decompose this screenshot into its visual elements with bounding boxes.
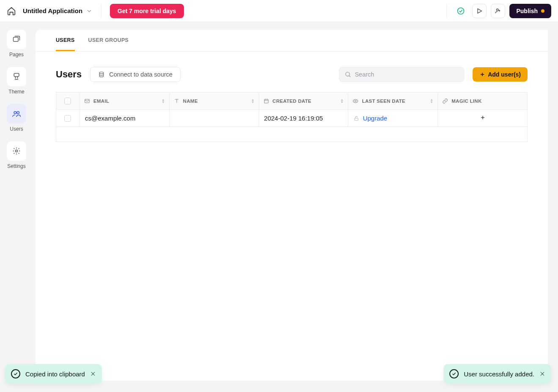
sidebar-item-theme[interactable]: Theme xyxy=(7,67,26,95)
table-empty-row xyxy=(56,127,528,142)
toast-message: Copied into clipboard xyxy=(25,370,85,378)
mail-icon xyxy=(84,98,90,104)
svg-point-7 xyxy=(16,150,18,152)
column-label: NAME xyxy=(183,99,198,104)
cell-magic-link xyxy=(438,110,528,127)
toast-message: User successfully added. xyxy=(464,370,534,378)
plus-icon xyxy=(479,71,485,77)
pages-icon xyxy=(7,30,26,49)
sort-icon[interactable] xyxy=(161,99,166,104)
column-name[interactable]: NAME xyxy=(169,93,259,110)
svg-marker-22 xyxy=(341,99,343,101)
svg-point-9 xyxy=(346,72,350,76)
text-icon xyxy=(174,98,180,104)
svg-rect-4 xyxy=(14,74,19,77)
svg-marker-14 xyxy=(162,99,164,101)
check-circle-icon xyxy=(449,369,459,378)
divider xyxy=(446,4,447,18)
database-icon xyxy=(98,71,105,78)
svg-rect-3 xyxy=(14,37,19,41)
close-icon[interactable] xyxy=(90,371,96,377)
search-input[interactable] xyxy=(355,71,459,78)
calendar-icon xyxy=(263,98,269,104)
column-last-seen[interactable]: LAST SEEN DATE xyxy=(348,93,438,110)
toast-user-added: User successfully added. xyxy=(443,364,551,384)
status-dot-icon xyxy=(541,9,544,13)
topbar: Untitled Application Get 7 more trial da… xyxy=(0,0,558,22)
cell-created: 2024-02-19 16:19:05 xyxy=(259,110,348,127)
svg-rect-27 xyxy=(355,118,358,120)
sidebar: Pages Theme Users Settings xyxy=(0,22,33,392)
link-icon xyxy=(442,98,448,104)
eye-icon xyxy=(353,98,358,104)
divider xyxy=(101,4,101,18)
upgrade-link[interactable]: Upgrade xyxy=(363,115,387,122)
sidebar-item-label: Users xyxy=(10,126,23,132)
users-icon xyxy=(7,104,26,123)
app-title[interactable]: Untitled Application xyxy=(23,7,82,14)
svg-marker-1 xyxy=(478,8,481,13)
sort-icon[interactable] xyxy=(339,99,345,104)
column-label: MAGIC LINK xyxy=(451,99,481,104)
select-all-checkbox[interactable] xyxy=(64,98,71,104)
lock-open-icon xyxy=(353,115,359,121)
svg-point-6 xyxy=(17,112,19,114)
add-magic-link-button[interactable] xyxy=(480,115,486,121)
tab-user-groups[interactable]: USER GROUPS xyxy=(88,37,129,51)
svg-point-0 xyxy=(458,8,464,14)
sidebar-item-label: Settings xyxy=(7,163,25,169)
column-created-date[interactable]: CREATED DATE xyxy=(259,93,348,110)
connect-label: Connect to data source xyxy=(109,71,172,78)
publish-button[interactable]: Publish xyxy=(509,4,551,18)
svg-point-8 xyxy=(99,72,103,74)
add-user-button[interactable]: Add user(s) xyxy=(473,67,528,82)
trial-button[interactable]: Get 7 more trial days xyxy=(110,4,184,18)
select-all-column xyxy=(56,93,80,110)
publish-label: Publish xyxy=(516,8,538,14)
search-icon xyxy=(345,71,351,78)
cell-last-seen: Upgrade xyxy=(348,110,438,127)
sidebar-item-label: Pages xyxy=(9,52,24,58)
connect-data-source-button[interactable]: Connect to data source xyxy=(90,67,181,82)
svg-marker-16 xyxy=(252,99,254,101)
column-label: CREATED DATE xyxy=(273,99,312,104)
sidebar-item-settings[interactable]: Settings xyxy=(7,141,26,169)
svg-point-2 xyxy=(497,9,499,11)
column-label: LAST SEEN DATE xyxy=(362,99,405,104)
status-ok-icon[interactable] xyxy=(454,4,468,18)
search-input-wrapper[interactable] xyxy=(339,67,464,82)
column-email[interactable]: EMAIL xyxy=(79,93,169,110)
svg-rect-18 xyxy=(264,99,268,103)
svg-marker-15 xyxy=(162,101,164,103)
svg-marker-17 xyxy=(252,101,254,103)
toast-clipboard: Copied into clipboard xyxy=(5,364,102,384)
check-circle-icon xyxy=(11,369,20,378)
sort-icon[interactable] xyxy=(250,99,255,104)
svg-marker-23 xyxy=(341,101,343,103)
chevron-down-icon[interactable] xyxy=(86,8,93,14)
tabs: USERS USER GROUPS xyxy=(36,30,548,52)
close-icon[interactable] xyxy=(539,371,545,377)
sidebar-item-pages[interactable]: Pages xyxy=(7,30,26,58)
svg-point-24 xyxy=(355,100,357,102)
row-checkbox[interactable] xyxy=(64,115,71,122)
section-header: Users Connect to data source Add user(s) xyxy=(36,52,548,92)
cell-name xyxy=(169,110,259,127)
column-magic-link: MAGIC LINK xyxy=(438,93,528,110)
svg-line-10 xyxy=(349,76,350,77)
cell-email: cs@example.com xyxy=(79,110,169,127)
sidebar-item-users[interactable]: Users xyxy=(7,104,26,132)
sort-icon[interactable] xyxy=(429,99,434,104)
svg-marker-25 xyxy=(431,99,433,101)
share-user-button[interactable] xyxy=(491,4,505,18)
svg-marker-26 xyxy=(431,101,433,103)
column-label: EMAIL xyxy=(93,99,109,104)
preview-button[interactable] xyxy=(472,4,487,18)
home-icon[interactable] xyxy=(7,6,16,16)
sidebar-item-label: Theme xyxy=(8,89,24,95)
tab-users[interactable]: USERS xyxy=(56,37,75,51)
theme-icon xyxy=(7,67,26,86)
page-title: Users xyxy=(56,69,82,80)
main-panel: USERS USER GROUPS Users Connect to data … xyxy=(36,30,548,381)
users-table: EMAIL NAME CREATED D xyxy=(56,92,528,142)
